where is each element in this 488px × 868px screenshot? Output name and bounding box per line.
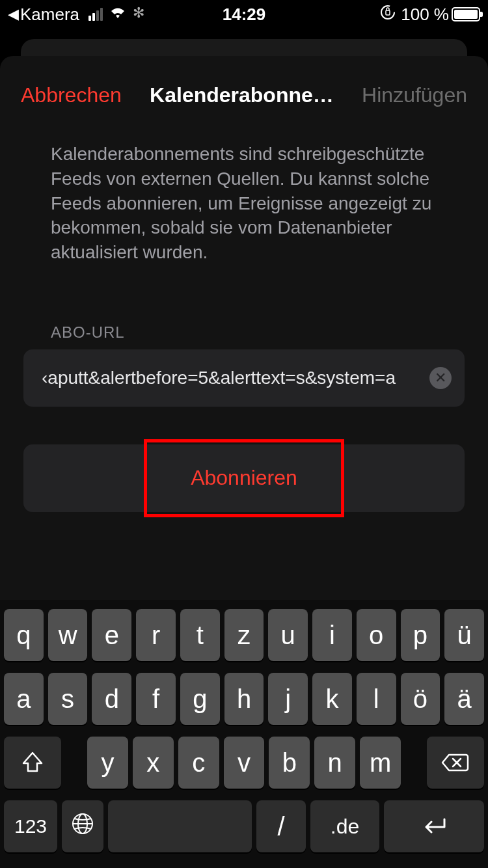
shift-icon xyxy=(21,752,44,774)
url-value: ‹aputt&alertbefore=5&alerttext=s&system=… xyxy=(42,368,422,388)
close-icon: ✕ xyxy=(435,370,446,387)
subscription-url-input[interactable]: ‹aputt&alertbefore=5&alerttext=s&system=… xyxy=(23,349,465,407)
back-app-label: Kamera xyxy=(20,5,79,25)
slash-key[interactable]: / xyxy=(256,800,306,852)
clock: 14:29 xyxy=(223,5,266,25)
globe-key[interactable] xyxy=(62,800,103,852)
key-y[interactable]: y xyxy=(87,737,128,789)
return-icon xyxy=(418,817,450,836)
back-to-app[interactable]: ◀ Kamera xyxy=(8,5,79,25)
key-i[interactable]: i xyxy=(312,609,352,661)
key-w[interactable]: w xyxy=(48,609,88,661)
key-oe[interactable]: ö xyxy=(401,673,441,725)
key-d[interactable]: d xyxy=(92,673,131,725)
keyboard-row-2: a s d f g h j k l ö ä xyxy=(4,673,484,725)
key-l[interactable]: l xyxy=(357,673,396,725)
keyboard-row-4: 123 / .de xyxy=(4,800,484,852)
key-r[interactable]: r xyxy=(136,609,176,661)
chevron-left-icon: ◀ xyxy=(8,6,19,23)
key-j[interactable]: j xyxy=(268,673,308,725)
key-f[interactable]: f xyxy=(136,673,176,725)
key-ae[interactable]: ä xyxy=(444,673,484,725)
modal-nav: Abbrechen Kalenderabonne… Hinzufügen xyxy=(0,74,488,116)
key-m[interactable]: m xyxy=(360,737,401,789)
rotation-lock-icon xyxy=(380,5,396,25)
description-text: Kalenderabonnements sind schreibgeschütz… xyxy=(0,116,488,265)
key-z[interactable]: z xyxy=(224,609,264,661)
modal-sheet: Abbrechen Kalenderabonne… Hinzufügen Kal… xyxy=(0,56,488,868)
space-key[interactable] xyxy=(108,800,252,852)
add-button[interactable]: Hinzufügen xyxy=(362,83,467,107)
battery-icon xyxy=(452,7,480,21)
key-s[interactable]: s xyxy=(48,673,88,725)
battery-percent: 100 % xyxy=(401,5,449,25)
key-p[interactable]: p xyxy=(401,609,441,661)
key-t[interactable]: t xyxy=(180,609,220,661)
return-key[interactable] xyxy=(384,800,484,852)
numbers-key[interactable]: 123 xyxy=(4,800,57,852)
key-o[interactable]: o xyxy=(357,609,396,661)
globe-icon xyxy=(71,812,94,841)
backspace-key[interactable] xyxy=(427,737,484,789)
tld-key[interactable]: .de xyxy=(310,800,379,852)
shift-key[interactable] xyxy=(4,737,61,789)
svg-rect-1 xyxy=(386,10,390,15)
key-q[interactable]: q xyxy=(4,609,44,661)
cancel-button[interactable]: Abbrechen xyxy=(21,83,122,107)
key-h[interactable]: h xyxy=(224,673,264,725)
subscribe-label: Abonnieren xyxy=(191,466,297,490)
key-g[interactable]: g xyxy=(180,673,220,725)
keyboard-row-1: q w e r t z u i o p ü xyxy=(4,609,484,661)
key-a[interactable]: a xyxy=(4,673,44,725)
key-c[interactable]: c xyxy=(178,737,219,789)
on-screen-keyboard: q w e r t z u i o p ü a s d f g h j k l … xyxy=(0,600,488,868)
cellular-signal-icon xyxy=(88,8,103,21)
status-bar: ◀ Kamera 14:29 100 % xyxy=(0,0,488,29)
keyboard-row-3: y x c v b n m xyxy=(4,737,484,789)
clear-input-button[interactable]: ✕ xyxy=(429,367,452,389)
key-v[interactable]: v xyxy=(224,737,265,789)
battery-indicator: 100 % xyxy=(401,5,480,25)
key-b[interactable]: b xyxy=(269,737,310,789)
subscribe-button[interactable]: Abonnieren xyxy=(23,444,465,512)
wifi-icon xyxy=(108,5,128,23)
loading-spinner-icon xyxy=(133,7,147,21)
backspace-icon xyxy=(441,752,470,773)
key-e[interactable]: e xyxy=(92,609,131,661)
key-n[interactable]: n xyxy=(314,737,355,789)
key-u[interactable]: u xyxy=(268,609,308,661)
modal-title: Kalenderabonne… xyxy=(122,83,362,107)
key-x[interactable]: x xyxy=(133,737,174,789)
key-k[interactable]: k xyxy=(312,673,352,725)
key-ue[interactable]: ü xyxy=(444,609,484,661)
url-section-label: ABO-URL xyxy=(0,265,488,349)
